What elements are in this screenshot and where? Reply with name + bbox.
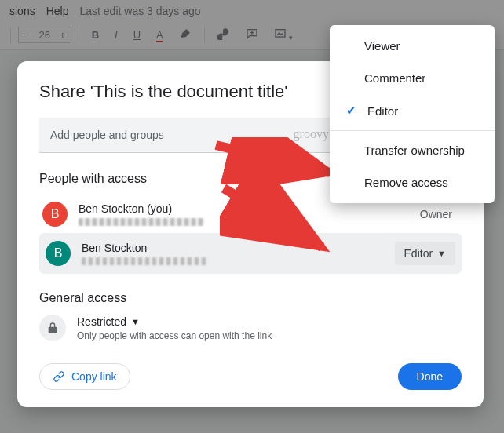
restricted-dropdown[interactable]: Restricted ▼ [77,315,272,328]
menu-item-commenter[interactable]: Commenter [330,62,495,94]
role-menu: Viewer Commenter ✔ Editor Transfer owner… [330,25,495,203]
menu-item-label: Editor [367,104,398,118]
menu-item-viewer[interactable]: Viewer [330,30,495,62]
avatar: B [42,202,68,227]
menu-item-transfer-ownership[interactable]: Transfer ownership [330,134,495,166]
copy-link-label: Copy link [71,370,117,383]
menu-separator [330,130,495,131]
person-row-editor: B Ben Stockton Editor ▼ [39,233,462,274]
person-name: Ben Stockton [82,242,384,254]
restricted-sub: Only people with access can open with th… [77,330,272,341]
general-access-heading: General access [39,291,462,305]
link-icon [53,370,65,383]
copy-link-button[interactable]: Copy link [39,363,130,390]
avatar: B [46,241,71,266]
owner-label: Owner [420,208,458,220]
menu-item-remove-access[interactable]: Remove access [330,166,495,198]
chevron-down-icon: ▼ [437,249,446,258]
check-icon: ✔ [344,104,358,118]
done-button[interactable]: Done [398,363,462,390]
lock-icon [39,315,66,341]
person-email-redacted [79,218,204,226]
restricted-label: Restricted [77,315,126,328]
chevron-down-icon: ▼ [131,317,140,326]
role-dropdown-button[interactable]: Editor ▼ [395,242,455,265]
general-access-row: Restricted ▼ Only people with access can… [39,315,462,341]
menu-item-editor[interactable]: ✔ Editor [330,94,495,127]
add-people-placeholder: Add people and groups [50,129,164,141]
person-email-redacted [82,257,207,265]
role-label: Editor [404,247,433,260]
person-name: Ben Stockton (you) [79,202,409,215]
